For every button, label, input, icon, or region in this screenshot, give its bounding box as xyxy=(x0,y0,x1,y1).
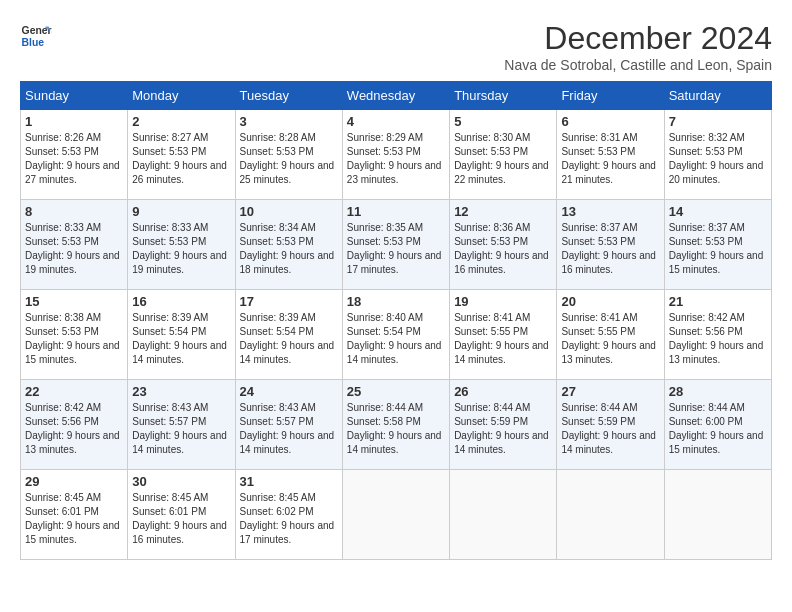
logo: General Blue xyxy=(20,20,52,52)
day-info: Sunrise: 8:45 AMSunset: 6:01 PMDaylight:… xyxy=(132,492,227,545)
svg-text:Blue: Blue xyxy=(22,37,45,48)
day-info: Sunrise: 8:31 AMSunset: 5:53 PMDaylight:… xyxy=(561,132,656,185)
days-header-row: SundayMondayTuesdayWednesdayThursdayFrid… xyxy=(21,82,772,110)
day-info: Sunrise: 8:32 AMSunset: 5:53 PMDaylight:… xyxy=(669,132,764,185)
location: Nava de Sotrobal, Castille and Leon, Spa… xyxy=(504,57,772,73)
day-info: Sunrise: 8:35 AMSunset: 5:53 PMDaylight:… xyxy=(347,222,442,275)
day-number: 23 xyxy=(132,384,230,399)
calendar-cell: 15 Sunrise: 8:38 AMSunset: 5:53 PMDaylig… xyxy=(21,290,128,380)
day-info: Sunrise: 8:44 AMSunset: 5:58 PMDaylight:… xyxy=(347,402,442,455)
calendar-cell: 17 Sunrise: 8:39 AMSunset: 5:54 PMDaylig… xyxy=(235,290,342,380)
calendar-cell: 14 Sunrise: 8:37 AMSunset: 5:53 PMDaylig… xyxy=(664,200,771,290)
day-info: Sunrise: 8:38 AMSunset: 5:53 PMDaylight:… xyxy=(25,312,120,365)
calendar-cell: 5 Sunrise: 8:30 AMSunset: 5:53 PMDayligh… xyxy=(450,110,557,200)
calendar-cell xyxy=(664,470,771,560)
calendar-cell: 19 Sunrise: 8:41 AMSunset: 5:55 PMDaylig… xyxy=(450,290,557,380)
calendar-cell: 29 Sunrise: 8:45 AMSunset: 6:01 PMDaylig… xyxy=(21,470,128,560)
calendar-cell: 3 Sunrise: 8:28 AMSunset: 5:53 PMDayligh… xyxy=(235,110,342,200)
month-title: December 2024 xyxy=(504,20,772,57)
calendar-cell: 11 Sunrise: 8:35 AMSunset: 5:53 PMDaylig… xyxy=(342,200,449,290)
calendar-cell: 24 Sunrise: 8:43 AMSunset: 5:57 PMDaylig… xyxy=(235,380,342,470)
page-header: General Blue December 2024 Nava de Sotro… xyxy=(20,20,772,73)
calendar-cell: 10 Sunrise: 8:34 AMSunset: 5:53 PMDaylig… xyxy=(235,200,342,290)
day-info: Sunrise: 8:40 AMSunset: 5:54 PMDaylight:… xyxy=(347,312,442,365)
day-number: 6 xyxy=(561,114,659,129)
day-header-friday: Friday xyxy=(557,82,664,110)
day-info: Sunrise: 8:28 AMSunset: 5:53 PMDaylight:… xyxy=(240,132,335,185)
calendar-cell: 28 Sunrise: 8:44 AMSunset: 6:00 PMDaylig… xyxy=(664,380,771,470)
day-header-tuesday: Tuesday xyxy=(235,82,342,110)
calendar-cell: 27 Sunrise: 8:44 AMSunset: 5:59 PMDaylig… xyxy=(557,380,664,470)
calendar-cell: 26 Sunrise: 8:44 AMSunset: 5:59 PMDaylig… xyxy=(450,380,557,470)
calendar-cell: 23 Sunrise: 8:43 AMSunset: 5:57 PMDaylig… xyxy=(128,380,235,470)
calendar-cell: 12 Sunrise: 8:36 AMSunset: 5:53 PMDaylig… xyxy=(450,200,557,290)
day-number: 29 xyxy=(25,474,123,489)
day-number: 16 xyxy=(132,294,230,309)
calendar-cell: 25 Sunrise: 8:44 AMSunset: 5:58 PMDaylig… xyxy=(342,380,449,470)
week-row-5: 29 Sunrise: 8:45 AMSunset: 6:01 PMDaylig… xyxy=(21,470,772,560)
day-number: 21 xyxy=(669,294,767,309)
day-number: 28 xyxy=(669,384,767,399)
day-number: 1 xyxy=(25,114,123,129)
day-info: Sunrise: 8:41 AMSunset: 5:55 PMDaylight:… xyxy=(561,312,656,365)
day-info: Sunrise: 8:44 AMSunset: 6:00 PMDaylight:… xyxy=(669,402,764,455)
day-number: 5 xyxy=(454,114,552,129)
day-number: 25 xyxy=(347,384,445,399)
calendar-cell: 21 Sunrise: 8:42 AMSunset: 5:56 PMDaylig… xyxy=(664,290,771,380)
calendar-cell: 4 Sunrise: 8:29 AMSunset: 5:53 PMDayligh… xyxy=(342,110,449,200)
day-number: 15 xyxy=(25,294,123,309)
week-row-1: 1 Sunrise: 8:26 AMSunset: 5:53 PMDayligh… xyxy=(21,110,772,200)
day-number: 17 xyxy=(240,294,338,309)
calendar-cell: 31 Sunrise: 8:45 AMSunset: 6:02 PMDaylig… xyxy=(235,470,342,560)
day-number: 8 xyxy=(25,204,123,219)
day-info: Sunrise: 8:45 AMSunset: 6:02 PMDaylight:… xyxy=(240,492,335,545)
calendar-cell: 18 Sunrise: 8:40 AMSunset: 5:54 PMDaylig… xyxy=(342,290,449,380)
day-info: Sunrise: 8:29 AMSunset: 5:53 PMDaylight:… xyxy=(347,132,442,185)
day-number: 31 xyxy=(240,474,338,489)
day-number: 13 xyxy=(561,204,659,219)
calendar-cell: 9 Sunrise: 8:33 AMSunset: 5:53 PMDayligh… xyxy=(128,200,235,290)
day-info: Sunrise: 8:41 AMSunset: 5:55 PMDaylight:… xyxy=(454,312,549,365)
day-info: Sunrise: 8:33 AMSunset: 5:53 PMDaylight:… xyxy=(132,222,227,275)
calendar-cell: 1 Sunrise: 8:26 AMSunset: 5:53 PMDayligh… xyxy=(21,110,128,200)
day-header-sunday: Sunday xyxy=(21,82,128,110)
day-info: Sunrise: 8:43 AMSunset: 5:57 PMDaylight:… xyxy=(240,402,335,455)
day-header-wednesday: Wednesday xyxy=(342,82,449,110)
day-number: 2 xyxy=(132,114,230,129)
week-row-4: 22 Sunrise: 8:42 AMSunset: 5:56 PMDaylig… xyxy=(21,380,772,470)
calendar-cell: 13 Sunrise: 8:37 AMSunset: 5:53 PMDaylig… xyxy=(557,200,664,290)
calendar-cell: 6 Sunrise: 8:31 AMSunset: 5:53 PMDayligh… xyxy=(557,110,664,200)
day-number: 9 xyxy=(132,204,230,219)
day-info: Sunrise: 8:37 AMSunset: 5:53 PMDaylight:… xyxy=(669,222,764,275)
day-info: Sunrise: 8:42 AMSunset: 5:56 PMDaylight:… xyxy=(669,312,764,365)
logo-icon: General Blue xyxy=(20,20,52,52)
day-number: 10 xyxy=(240,204,338,219)
day-info: Sunrise: 8:44 AMSunset: 5:59 PMDaylight:… xyxy=(561,402,656,455)
calendar-cell: 2 Sunrise: 8:27 AMSunset: 5:53 PMDayligh… xyxy=(128,110,235,200)
day-info: Sunrise: 8:42 AMSunset: 5:56 PMDaylight:… xyxy=(25,402,120,455)
day-header-saturday: Saturday xyxy=(664,82,771,110)
day-number: 27 xyxy=(561,384,659,399)
day-info: Sunrise: 8:43 AMSunset: 5:57 PMDaylight:… xyxy=(132,402,227,455)
day-number: 19 xyxy=(454,294,552,309)
day-info: Sunrise: 8:45 AMSunset: 6:01 PMDaylight:… xyxy=(25,492,120,545)
day-number: 20 xyxy=(561,294,659,309)
day-info: Sunrise: 8:44 AMSunset: 5:59 PMDaylight:… xyxy=(454,402,549,455)
day-number: 24 xyxy=(240,384,338,399)
week-row-3: 15 Sunrise: 8:38 AMSunset: 5:53 PMDaylig… xyxy=(21,290,772,380)
week-row-2: 8 Sunrise: 8:33 AMSunset: 5:53 PMDayligh… xyxy=(21,200,772,290)
day-number: 3 xyxy=(240,114,338,129)
day-info: Sunrise: 8:34 AMSunset: 5:53 PMDaylight:… xyxy=(240,222,335,275)
calendar-cell: 30 Sunrise: 8:45 AMSunset: 6:01 PMDaylig… xyxy=(128,470,235,560)
calendar-cell xyxy=(450,470,557,560)
calendar-cell: 7 Sunrise: 8:32 AMSunset: 5:53 PMDayligh… xyxy=(664,110,771,200)
day-number: 11 xyxy=(347,204,445,219)
calendar-cell xyxy=(557,470,664,560)
day-number: 26 xyxy=(454,384,552,399)
calendar-cell: 16 Sunrise: 8:39 AMSunset: 5:54 PMDaylig… xyxy=(128,290,235,380)
day-info: Sunrise: 8:27 AMSunset: 5:53 PMDaylight:… xyxy=(132,132,227,185)
calendar-table: SundayMondayTuesdayWednesdayThursdayFrid… xyxy=(20,81,772,560)
day-info: Sunrise: 8:39 AMSunset: 5:54 PMDaylight:… xyxy=(132,312,227,365)
day-header-monday: Monday xyxy=(128,82,235,110)
day-number: 30 xyxy=(132,474,230,489)
